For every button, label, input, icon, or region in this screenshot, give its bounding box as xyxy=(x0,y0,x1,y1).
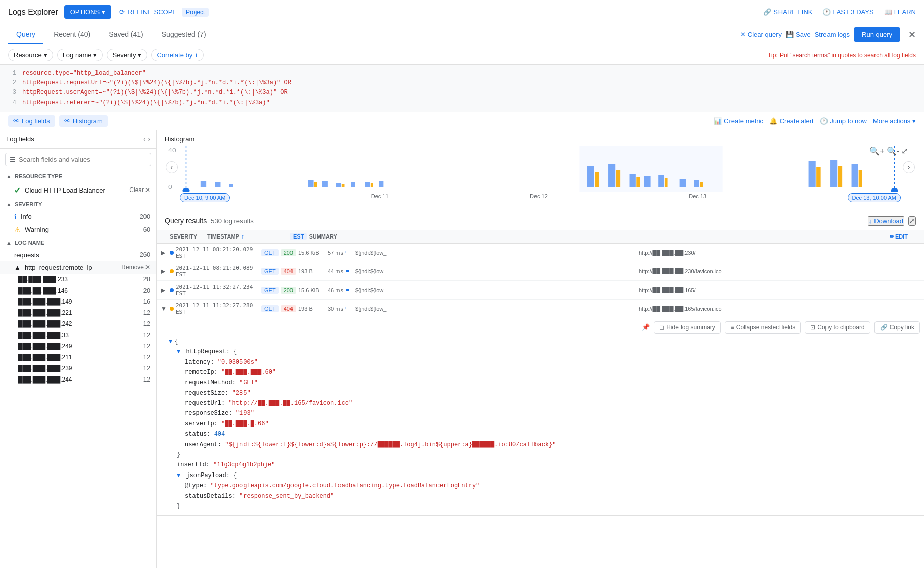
copy-to-clipboard-button[interactable]: ⊡ Copy to clipboard xyxy=(805,321,870,334)
resource-type-label: RESOURCE TYPE xyxy=(15,173,62,179)
correlate-by-chip[interactable]: Correlate by + xyxy=(151,49,204,61)
ip-list-item[interactable]: ███.███.███.24412 xyxy=(0,374,156,385)
remove-field-button[interactable]: Remove ✕ xyxy=(121,264,150,271)
search-input[interactable] xyxy=(19,156,147,163)
panel-nav-left[interactable]: ‹ xyxy=(143,135,145,143)
tab-suggested[interactable]: Suggested (7) xyxy=(154,25,214,44)
expand-results-button[interactable]: ⤢ xyxy=(908,216,916,226)
histogram-toggle[interactable]: 👁 Histogram xyxy=(59,115,108,127)
histogram-section: Histogram 🔍+ 🔍- ⤢ 40 20 0 xyxy=(157,130,924,212)
clear-resource-button[interactable]: Clear ✕ xyxy=(129,186,150,194)
refine-scope-button[interactable]: ⟳ REFINE SCOPE Project xyxy=(119,8,209,17)
log-name-section-header[interactable]: ▲ LOG NAME xyxy=(0,236,156,249)
chart-nav-left-button[interactable]: ‹ xyxy=(166,161,178,173)
ip-list-item[interactable]: ███.███.███.22112 xyxy=(0,307,156,318)
ip-list-item[interactable]: ███.██.███.14620 xyxy=(0,285,156,296)
log-name-requests-item[interactable]: requests 260 xyxy=(0,249,156,261)
row-status: 404 xyxy=(281,305,296,312)
table-row[interactable]: ▼ 2021-12-11 11:32:27.280 EST GET 404 19… xyxy=(157,300,924,318)
zoom-in-button[interactable]: 🔍+ xyxy=(869,146,884,156)
table-row[interactable]: ▶ 2021-12-11 11:32:27.234 EST GET 200 15… xyxy=(157,281,924,300)
ip-list-item[interactable]: ███.███.███.3312 xyxy=(0,329,156,341)
severity-warning-item[interactable]: ⚠ Warning 60 xyxy=(0,223,156,236)
col-header-severity: SEVERITY xyxy=(170,233,205,240)
more-actions-button[interactable]: More actions ▾ xyxy=(873,117,916,125)
severity-filter-chip[interactable]: Severity ▾ xyxy=(107,49,147,61)
col-header-timestamp[interactable]: TIMESTAMP ↑ xyxy=(207,233,288,240)
last-3-days-button[interactable]: 🕐 LAST 3 DAYS xyxy=(822,8,873,16)
ip-list: ██.███.███.23328███.██.███.14620███.███.… xyxy=(0,274,156,385)
col-header-edit[interactable]: ✏ EDIT xyxy=(890,233,920,240)
hide-log-summary-button[interactable]: ◻ Hide log summary xyxy=(654,321,721,334)
col-header-est[interactable]: EST xyxy=(290,233,307,240)
expand-arrow[interactable]: ▼ xyxy=(161,305,168,312)
row-ms: 57 ms ≔ xyxy=(328,249,353,256)
mid2-label: Dec 12 xyxy=(530,193,548,202)
svg-rect-29 xyxy=(700,182,703,187)
expand-arrow[interactable]: ▶ xyxy=(161,249,168,256)
resource-type-item[interactable]: ✔ Cloud HTTP Load Balancer Clear ✕ xyxy=(0,182,156,198)
log-name-filter-chip[interactable]: Log name ▾ xyxy=(57,49,103,61)
end-time-badge: Dec 13, 10:00 AM xyxy=(848,193,901,202)
tip-term: "search terms" xyxy=(790,52,830,59)
run-query-button[interactable]: Run query xyxy=(854,27,900,42)
share-link-button[interactable]: 🔗 SHARE LINK xyxy=(763,8,812,16)
create-metric-button[interactable]: 📊 Create metric xyxy=(714,117,763,125)
svg-rect-18 xyxy=(587,166,594,187)
ip-list-item[interactable]: ███.███.███.14916 xyxy=(0,296,156,307)
save-button[interactable]: 💾 Save xyxy=(786,31,811,38)
ip-list-item[interactable]: ███.███.███.24912 xyxy=(0,341,156,352)
ip-list-item[interactable]: ███.███.███.24212 xyxy=(0,318,156,329)
learn-button[interactable]: 📖 LEARN xyxy=(884,8,916,16)
severity-info-label: Info xyxy=(21,213,32,220)
http-request-remote-ip-section[interactable]: ▲ http_request.remote_ip Remove ✕ xyxy=(0,261,156,274)
tab-recent[interactable]: Recent (40) xyxy=(45,25,99,44)
jump-to-now-button[interactable]: 🕐 Jump to now xyxy=(820,117,867,125)
ip-list-item[interactable]: ██.███.███.23328 xyxy=(0,274,156,285)
zoom-out-button[interactable]: 🔍- xyxy=(887,146,899,156)
table-row[interactable]: ▶ 2021-12-11 08:21:20.089 EST GET 404 19… xyxy=(157,262,924,281)
edit-badge[interactable]: ✏ EDIT xyxy=(890,233,920,240)
row-size: 193 B xyxy=(298,268,326,274)
est-badge[interactable]: EST xyxy=(290,233,307,240)
expand-chart-button[interactable]: ⤢ xyxy=(901,146,908,156)
clear-query-button[interactable]: ✕ Clear query xyxy=(740,31,782,38)
project-badge: Project xyxy=(182,8,209,17)
ip-list-item[interactable]: ███.███.███.21112 xyxy=(0,352,156,363)
ip-list-item[interactable]: ███.███.███.23912 xyxy=(0,363,156,374)
row-url: http://██.███.██.165/favicon.ico xyxy=(639,306,920,312)
svg-rect-14 xyxy=(351,182,355,187)
json-useragent: userAgent: "${jndi:${lower:l}${lower:d}a… xyxy=(169,440,920,450)
panel-nav: ‹ › xyxy=(143,135,150,143)
expand-arrow[interactable]: ▶ xyxy=(161,287,168,294)
log-name-requests: requests xyxy=(14,251,39,259)
download-button[interactable]: ↓ Download xyxy=(868,216,904,226)
close-icon[interactable]: ✕ xyxy=(908,29,916,40)
panel-nav-right[interactable]: › xyxy=(148,135,150,143)
search-box[interactable]: ☰ xyxy=(5,153,151,166)
col-header-summary: SUMMARY xyxy=(309,233,888,240)
stream-logs-button[interactable]: Stream logs xyxy=(815,31,850,38)
collapse-nested-fields-button[interactable]: ≡ Collapse nested fields xyxy=(725,321,801,334)
resource-type-value: Cloud HTTP Load Balancer xyxy=(25,186,105,194)
mid1-label: Dec 11 xyxy=(371,193,389,202)
expand-arrow[interactable]: ▶ xyxy=(161,268,168,275)
copy-link-button[interactable]: 🔗 Copy link xyxy=(874,321,920,334)
resource-filter-chip[interactable]: Resource ▾ xyxy=(8,49,53,61)
log-fields-toggle[interactable]: 👁 Log fields xyxy=(8,115,55,127)
tab-query[interactable]: Query xyxy=(8,25,43,44)
query-editor[interactable]: 1 resource.type="http_load_balancer" 2 h… xyxy=(0,65,924,112)
chart-nav-right-button[interactable]: › xyxy=(903,161,915,173)
svg-rect-17 xyxy=(379,181,383,187)
severity-info-item[interactable]: ℹ Info 200 xyxy=(0,210,156,223)
table-row[interactable]: ▶ 2021-12-11 08:21:20.029 EST GET 200 15… xyxy=(157,244,924,262)
svg-rect-31 xyxy=(816,167,820,187)
resource-type-section-header[interactable]: ▲ RESOURCE TYPE xyxy=(0,170,156,182)
create-alert-button[interactable]: 🔔 Create alert xyxy=(769,117,814,125)
severity-section-header[interactable]: ▲ SEVERITY xyxy=(0,198,156,210)
options-button[interactable]: OPTIONS ▾ xyxy=(64,5,112,19)
svg-rect-35 xyxy=(859,170,862,187)
tab-saved[interactable]: Saved (41) xyxy=(101,25,151,44)
row-method: GET xyxy=(261,249,279,256)
log-rows: ▶ 2021-12-11 08:21:20.029 EST GET 200 15… xyxy=(157,244,924,318)
